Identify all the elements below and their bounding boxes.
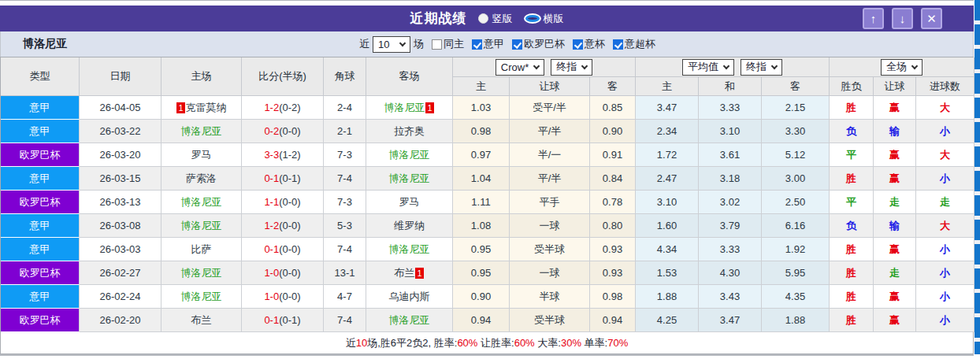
- ah-away-odds: 0.84: [590, 167, 636, 191]
- match-date: 26-03-03: [80, 238, 161, 261]
- goals-result-cell: 小: [916, 167, 974, 191]
- bookmaker-group-header: Crow* 终指: [453, 57, 636, 77]
- bookmaker-select[interactable]: Crow*: [496, 59, 544, 76]
- match-date: 26-03-15: [80, 167, 161, 191]
- away-team-cell: 罗马: [366, 191, 453, 214]
- sub-header-eu-home: 主: [636, 77, 699, 96]
- score-cell: 3-3(1-2): [242, 143, 324, 167]
- eu-home-odds: 1.53: [636, 261, 699, 285]
- match-date: 26-02-27: [80, 261, 161, 285]
- eu-away-odds: 3.30: [762, 120, 830, 143]
- odds-stage-select-1[interactable]: 终指: [551, 59, 592, 76]
- away-team-cell: 维罗纳: [366, 214, 453, 238]
- checkbox-unchecked-icon[interactable]: [432, 39, 442, 50]
- league-badge: 意甲: [1, 120, 80, 143]
- recent-count-select[interactable]: 10: [373, 36, 410, 53]
- corners-cell: 2-1: [324, 120, 366, 143]
- handicap-result-cell: 走: [874, 191, 916, 214]
- league-badge: 欧罗巴杯: [1, 261, 80, 285]
- result-cell: 胜: [830, 238, 874, 261]
- serie-a-label: 意甲: [484, 37, 504, 51]
- goals-result-cell: 小: [916, 309, 974, 332]
- fulltime-score: 0-1: [264, 243, 279, 255]
- ah-away-odds: 0.90: [590, 120, 636, 143]
- same-home-checkbox[interactable]: 同主: [432, 37, 464, 51]
- close-button[interactable]: ✕: [921, 8, 942, 29]
- halftime-score: (0-0): [279, 125, 300, 137]
- ah-away-odds: 0.98: [590, 285, 636, 309]
- corners-cell: 7-4: [324, 309, 366, 332]
- corners-cell: 4-7: [324, 285, 366, 309]
- ah-home-odds: 0.95: [453, 261, 510, 285]
- home-team-cell: 比萨: [161, 238, 242, 261]
- home-team-cell: 萨索洛: [161, 167, 242, 191]
- supercoppa-checkbox[interactable]: 意超杯: [613, 37, 655, 51]
- vertical-layout-label: 竖版: [492, 12, 513, 26]
- checkbox-checked-icon[interactable]: [472, 39, 482, 50]
- halftime-score: (0-1): [279, 172, 300, 184]
- col-header-away: 客场: [366, 57, 453, 96]
- away-team-cell: 博洛尼亚: [366, 167, 453, 191]
- fulltime-score: 1-0: [264, 291, 279, 302]
- recent-count-value: 10: [378, 39, 389, 50]
- summary-segment: 大率:: [535, 336, 561, 350]
- red-card-badge: 1: [176, 102, 184, 113]
- odds-stage-select-2[interactable]: 终指: [741, 59, 782, 76]
- checkbox-checked-icon[interactable]: [613, 39, 623, 50]
- home-team-name: 博洛尼亚: [181, 266, 222, 280]
- vertical-layout-radio[interactable]: 竖版: [478, 12, 513, 26]
- ah-away-odds: 0.94: [590, 309, 636, 332]
- summary-bar: 近 10 场,胜6平2负2, 胜率: 60% 让胜率: 60% 大率: 30% …: [0, 332, 974, 354]
- move-up-button[interactable]: ↑: [863, 8, 884, 29]
- handicap-result-cell: 赢: [874, 309, 916, 332]
- fullmatch-select[interactable]: 全场: [881, 59, 922, 76]
- away-team-name: 博洛尼亚: [389, 313, 430, 328]
- eu-home-odds: 2.47: [636, 167, 699, 191]
- red-card-badge: 1: [415, 268, 423, 279]
- serie-a-checkbox[interactable]: 意甲: [472, 37, 504, 51]
- result-cell: 负: [830, 214, 874, 238]
- corners-cell: 7-3: [324, 191, 366, 214]
- away-team-cell: 布兰1: [366, 261, 453, 285]
- handicap-result-cell: 输: [874, 214, 916, 238]
- eu-away-odds: 6.16: [762, 214, 830, 238]
- match-date: 26-03-13: [80, 191, 161, 214]
- coppa-italia-checkbox[interactable]: 意杯: [573, 37, 605, 51]
- move-down-button[interactable]: ↓: [892, 8, 913, 29]
- halftime-score: (1-2): [279, 149, 300, 161]
- handicap-result-cell: 赢: [874, 143, 916, 167]
- handicap-line: 半球: [510, 285, 590, 309]
- handicap-result-cell: 赢: [874, 96, 916, 120]
- checkbox-checked-icon[interactable]: [512, 39, 522, 50]
- sub-header-eu-draw: 和: [699, 77, 762, 96]
- handicap-result-cell: 走: [874, 261, 916, 285]
- handicap-line: 受半球: [510, 238, 590, 261]
- home-team-cell: 博洛尼亚: [161, 285, 242, 309]
- goals-result-cell: 小: [916, 261, 974, 285]
- odds-stage-value-1: 终指: [556, 60, 577, 74]
- score-cell: 0-2(0-0): [242, 120, 324, 143]
- eu-home-odds: 3.10: [636, 191, 699, 214]
- horizontal-layout-label: 横版: [544, 12, 564, 26]
- league-badge: 欧罗巴杯: [1, 309, 80, 332]
- average-select[interactable]: 平均值: [682, 59, 734, 76]
- radio-unselected-icon[interactable]: [478, 13, 488, 24]
- ah-away-odds: 0.93: [590, 238, 636, 261]
- europa-league-checkbox[interactable]: 欧罗巴杯: [512, 37, 565, 51]
- checkbox-checked-icon[interactable]: [573, 39, 583, 50]
- score-cell: 1-2(0-2): [242, 96, 324, 120]
- bottom-edge: [0, 354, 974, 359]
- corners-cell: 7-4: [324, 167, 366, 191]
- chevron-down-icon: [533, 62, 540, 68]
- chevron-down-icon: [723, 62, 729, 68]
- eu-home-odds: 4.34: [636, 238, 699, 261]
- unit-label: 场: [414, 37, 424, 51]
- away-team-name: 乌迪内斯: [389, 290, 430, 304]
- away-team-name: 布兰: [394, 266, 414, 280]
- fullmatch-select-value: 全场: [886, 60, 907, 74]
- eu-draw-odds: 3.79: [699, 214, 762, 238]
- col-header-home: 主场: [161, 57, 242, 96]
- home-team-name: 萨索洛: [186, 172, 217, 186]
- radio-selected-icon[interactable]: [525, 15, 540, 22]
- horizontal-layout-radio[interactable]: 横版: [525, 12, 564, 26]
